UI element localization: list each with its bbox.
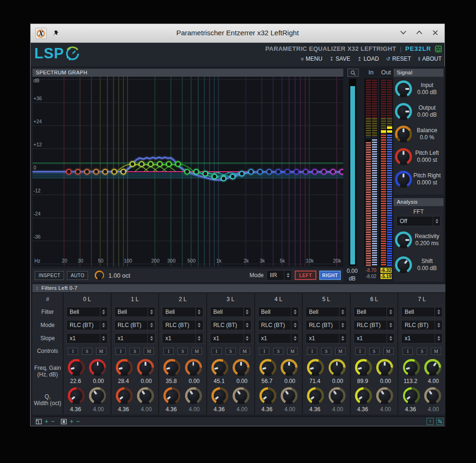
filter-slope-select[interactable]: x1 xyxy=(210,333,251,343)
filter-type-select[interactable]: Bell xyxy=(162,307,203,317)
width-knob[interactable] xyxy=(329,387,346,404)
inspect-button[interactable]: INSPECT xyxy=(35,271,64,280)
spinner-icon[interactable] xyxy=(433,216,440,226)
inspect-toggle[interactable]: I xyxy=(115,348,126,355)
signal-output-knob[interactable] xyxy=(395,103,412,120)
spinner-icon[interactable] xyxy=(291,320,299,330)
close-button[interactable] xyxy=(431,29,439,36)
gain-knob[interactable] xyxy=(424,359,441,376)
filter-mode-select[interactable]: RLC (BT) xyxy=(210,320,251,330)
filter-type-select[interactable]: Bell xyxy=(114,307,156,317)
freq-knob[interactable] xyxy=(403,359,420,376)
filter-mode-select[interactable]: RLC (BT) xyxy=(162,320,203,330)
mute-toggle[interactable]: M xyxy=(96,348,106,355)
gain-knob[interactable] xyxy=(185,359,202,376)
spinner-icon[interactable] xyxy=(100,320,107,330)
fit-time-icon[interactable] xyxy=(61,419,67,424)
spinner-icon[interactable] xyxy=(243,334,251,343)
filter-slope-select[interactable]: x1 xyxy=(354,333,395,343)
filter-type-select[interactable]: Bell xyxy=(258,307,299,317)
filter-slope-select[interactable]: x1 xyxy=(306,333,347,343)
solo-toggle[interactable]: S xyxy=(321,348,331,355)
signal-balance-knob[interactable] xyxy=(395,126,412,143)
solo-toggle[interactable]: S xyxy=(369,348,379,355)
spinner-icon[interactable] xyxy=(387,307,394,317)
filter-slope-select[interactable]: x1 xyxy=(401,333,443,343)
signal-input-knob[interactable] xyxy=(395,80,412,97)
freq-knob[interactable] xyxy=(163,359,180,376)
left-channel-button[interactable]: LEFT xyxy=(295,271,316,280)
inspect-toggle[interactable]: I xyxy=(68,348,78,355)
filter-slope-select[interactable]: x1 xyxy=(114,333,156,343)
mode-select[interactable]: IIR xyxy=(266,270,292,280)
auto-button[interactable]: AUTO xyxy=(67,271,88,280)
zoom-out-button[interactable]: − xyxy=(76,418,80,425)
filter-slope-select[interactable]: x1 xyxy=(162,333,203,343)
menu-item-reset[interactable]: ↺RESET xyxy=(386,56,411,62)
solo-toggle[interactable]: S xyxy=(226,348,236,355)
inspect-toggle[interactable]: I xyxy=(403,348,413,355)
spinner-icon[interactable] xyxy=(339,334,347,343)
width-knob[interactable] xyxy=(185,387,202,404)
help-icon[interactable]: ? xyxy=(427,418,434,425)
mute-toggle[interactable]: M xyxy=(192,348,202,355)
width-knob[interactable] xyxy=(233,387,250,404)
spinner-icon[interactable] xyxy=(435,334,442,343)
spinner-icon[interactable] xyxy=(243,307,251,317)
q-knob[interactable] xyxy=(116,387,133,404)
filters-header[interactable]: ↕Filters Left 0-7 xyxy=(32,284,445,292)
signal-pitch-left-knob[interactable] xyxy=(395,148,412,165)
gain-knob[interactable] xyxy=(329,359,346,376)
spinner-icon[interactable] xyxy=(195,334,203,343)
q-knob[interactable] xyxy=(259,387,276,404)
expand-icon[interactable] xyxy=(436,418,444,425)
filter-type-select[interactable]: Bell xyxy=(306,307,347,317)
filter-slope-select[interactable]: x1 xyxy=(66,333,108,343)
zoom-fader[interactable] xyxy=(349,79,356,266)
filter-mode-select[interactable]: RLC (BT) xyxy=(354,320,395,330)
spinner-icon[interactable] xyxy=(339,307,347,317)
q-knob[interactable] xyxy=(211,387,228,404)
analysis-reactivity-knob[interactable] xyxy=(395,232,412,248)
filter-mode-select[interactable]: RLC (BT) xyxy=(114,320,156,330)
zoom-out-button[interactable]: − xyxy=(51,418,55,425)
gain-knob[interactable] xyxy=(376,359,393,376)
spinner-icon[interactable] xyxy=(100,334,107,343)
mute-toggle[interactable]: M xyxy=(287,348,298,355)
filter-mode-select[interactable]: RLC (BT) xyxy=(401,320,443,330)
freq-knob[interactable] xyxy=(68,359,85,376)
power-icon[interactable] xyxy=(435,46,442,52)
gain-knob[interactable] xyxy=(281,359,298,376)
menu-item-load[interactable]: ↥LOAD xyxy=(357,56,379,62)
filter-slope-select[interactable]: x1 xyxy=(258,333,299,343)
q-knob[interactable] xyxy=(68,387,85,404)
mute-toggle[interactable]: M xyxy=(383,348,394,355)
spinner-icon[interactable] xyxy=(435,320,442,330)
filter-mode-select[interactable]: RLC (BT) xyxy=(306,320,347,330)
spectrum-graph[interactable]: dB+36+24+120-12-24-36Hz20305010020030050… xyxy=(32,77,343,266)
spinner-icon[interactable] xyxy=(339,320,347,330)
mute-toggle[interactable]: M xyxy=(240,348,250,355)
q-knob[interactable] xyxy=(163,387,180,404)
spinner-icon[interactable] xyxy=(195,320,203,330)
spinner-icon[interactable] xyxy=(100,307,107,317)
spinner-icon[interactable] xyxy=(291,334,299,343)
section-collapse-icon[interactable]: ↕ xyxy=(36,285,39,291)
spinner-icon[interactable] xyxy=(284,271,291,280)
zoom-in-button[interactable]: + xyxy=(70,418,73,425)
solo-toggle[interactable]: S xyxy=(129,348,140,355)
spinner-icon[interactable] xyxy=(291,307,299,317)
gain-knob[interactable] xyxy=(89,359,106,376)
width-knob[interactable] xyxy=(137,387,154,404)
inspect-toggle[interactable]: I xyxy=(163,348,174,355)
signal-pitch-right-knob[interactable] xyxy=(395,171,412,188)
width-knob[interactable] xyxy=(376,387,393,404)
width-knob[interactable] xyxy=(424,387,441,404)
solo-toggle[interactable]: S xyxy=(177,348,188,355)
q-knob[interactable] xyxy=(307,387,324,404)
spinner-icon[interactable] xyxy=(243,320,251,330)
q-knob[interactable] xyxy=(355,387,372,404)
solo-toggle[interactable]: S xyxy=(417,348,427,355)
filter-mode-select[interactable]: RLC (BT) xyxy=(66,320,108,330)
menu-item-about[interactable]: ‖ABOUT xyxy=(418,56,442,62)
